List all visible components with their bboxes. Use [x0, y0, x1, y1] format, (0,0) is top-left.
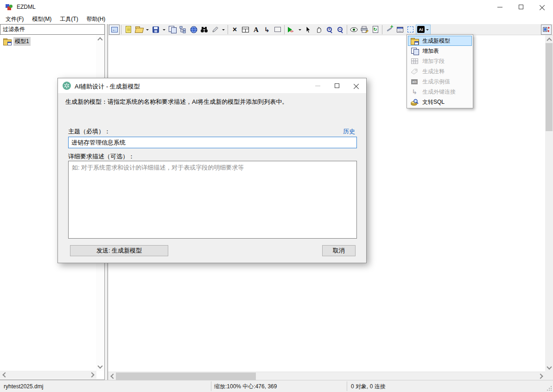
tree-item-model1[interactable]: 模型1 [0, 35, 96, 47]
copy-icon [169, 26, 176, 33]
table-icon [242, 27, 249, 32]
add-rectangle-button[interactable] [272, 25, 283, 35]
ai-menu-item-generate-comment[interactable]: 生成注释 [408, 66, 472, 76]
delete-icon: × [233, 26, 237, 33]
cancel-button[interactable]: 取消 [322, 245, 356, 256]
canvas-horizontal-scrollbar[interactable] [108, 372, 545, 380]
preview-button[interactable] [349, 25, 359, 35]
canvas-vertical-scrollbar[interactable] [545, 35, 553, 380]
menu-model[interactable]: 模型(M) [28, 14, 56, 25]
menu-item-label: 生成新模型 [422, 37, 450, 45]
send-button[interactable]: 发送: 生成新模型 [70, 245, 168, 256]
pan-hand-button[interactable] [313, 25, 324, 35]
properties-button[interactable] [394, 25, 405, 35]
run-icon [288, 27, 295, 32]
scroll-right-button[interactable] [89, 371, 96, 379]
zoom-out-button[interactable]: − [335, 25, 345, 35]
menu-item-label: 增加表 [422, 47, 439, 55]
generate-fk-icon: ↳ [410, 89, 419, 95]
menu-help[interactable]: 帮助(H) [83, 14, 110, 25]
dialog-minimize-button[interactable] [308, 78, 327, 93]
edit-pencil-dropdown[interactable] [220, 25, 226, 35]
scroll-down-button[interactable] [96, 363, 104, 371]
dialog-close-button[interactable] [347, 78, 366, 93]
open-file-dropdown[interactable] [144, 25, 150, 35]
topic-label: 主题（必填）： [68, 127, 110, 136]
ai-menu-item-generate-fk[interactable]: ↳ 生成外键连接 [408, 87, 472, 97]
vertical-scroll-thumb[interactable] [546, 43, 553, 131]
sync-window-button[interactable] [541, 25, 552, 35]
window-title: EZDML [17, 4, 36, 10]
open-file-button[interactable] [133, 25, 144, 35]
chevron-down-icon [222, 29, 225, 32]
collapse-panel-icon: ← [111, 27, 118, 32]
fit-selection-button[interactable] [405, 25, 416, 35]
ai-menu-item-add-field[interactable]: 增加字段 [408, 56, 472, 66]
menu-tools[interactable]: 工具(T) [56, 14, 82, 25]
sidebar-horizontal-scrollbar[interactable] [0, 371, 96, 379]
new-table-button[interactable] [240, 25, 251, 35]
generate-comment-icon [410, 69, 419, 75]
close-button[interactable] [532, 0, 553, 14]
ai-menu-item-add-table[interactable]: 增加表 [408, 46, 472, 56]
tree-item-label: 模型1 [13, 37, 31, 46]
new-file-button[interactable] [123, 25, 133, 35]
ai-menu-item-generate-model[interactable]: 生成新模型 [408, 36, 472, 46]
minimize-button[interactable] [489, 0, 510, 14]
add-tool-button[interactable] [384, 25, 394, 35]
maximize-icon [335, 83, 339, 88]
menubar: 文件(F) 模型(M) 工具(T) 帮助(H) [0, 14, 553, 24]
detail-textarea[interactable] [68, 161, 357, 239]
run-dropdown[interactable] [297, 25, 303, 35]
find-button[interactable] [199, 25, 210, 35]
dialog-titlebar: AI辅助设计 - 生成新模型 [58, 78, 366, 93]
topic-input[interactable] [68, 137, 357, 148]
selection-box-icon [407, 26, 413, 32]
text-to-sql-icon [410, 99, 419, 106]
scroll-left-button[interactable] [108, 372, 116, 380]
ai-menu-item-generate-sample[interactable]: ab 生成示例值 [408, 76, 472, 87]
history-link[interactable]: 历史 [343, 127, 355, 136]
maximize-button[interactable] [510, 0, 532, 14]
select-cursor-button[interactable] [303, 25, 313, 35]
ai-dropdown-menu: 生成新模型 增加表 增加字段 生成注释 ab 生成示例值 ↳ 生成外键连接 [407, 34, 473, 108]
delete-button[interactable]: × [229, 25, 240, 35]
ai-assistant-button[interactable]: AI [416, 25, 431, 35]
refresh-document-button[interactable]: ↻ [370, 25, 381, 35]
scroll-up-button[interactable] [545, 35, 553, 43]
status-objects-info: 0 对象, 0 连接 [351, 380, 386, 392]
add-connection-button[interactable]: ↳ [261, 25, 272, 35]
run-button[interactable] [286, 25, 297, 35]
add-text-button[interactable]: A [251, 25, 261, 35]
tree-view-button[interactable] [178, 25, 188, 35]
export-button[interactable] [359, 25, 370, 35]
copy-diagram-button[interactable] [167, 25, 178, 35]
ai-menu-item-text-to-sql[interactable]: 文转SQL [408, 97, 472, 107]
minimize-icon [315, 86, 320, 86]
collapse-panel-button[interactable]: ← [109, 25, 120, 35]
scroll-right-button[interactable] [537, 372, 545, 380]
menu-item-label: 生成示例值 [422, 78, 450, 86]
dialog-maximize-button[interactable] [327, 78, 347, 93]
resize-grip[interactable] [547, 386, 552, 391]
edit-pencil-button[interactable] [210, 25, 220, 35]
horizontal-scroll-thumb[interactable] [116, 373, 256, 380]
scroll-up-button[interactable] [96, 35, 104, 43]
menu-file[interactable]: 文件(F) [1, 14, 28, 25]
chevron-down-icon [426, 29, 429, 32]
dialog-description: 生成新的模型：请指定系统的名称和要求描述，AI将生成新的模型并添加到列表中。 [65, 98, 288, 106]
rectangle-icon [274, 27, 281, 32]
ai-icon: AI [417, 26, 425, 33]
globe-button[interactable] [188, 25, 199, 35]
save-file-dropdown[interactable] [161, 25, 167, 35]
status-zoom-info: 缩放:100% 中心:476, 369 [214, 380, 277, 392]
filter-input[interactable] [0, 24, 105, 35]
save-file-button[interactable] [150, 25, 161, 35]
zoom-in-button[interactable]: + [324, 25, 335, 35]
minimize-icon [497, 7, 502, 7]
app-logo-icon [6, 3, 13, 11]
titlebar: EZDML [0, 0, 553, 14]
scroll-down-button[interactable] [545, 364, 553, 372]
refresh-icon: ↻ [373, 26, 378, 33]
scroll-left-button[interactable] [0, 371, 8, 379]
